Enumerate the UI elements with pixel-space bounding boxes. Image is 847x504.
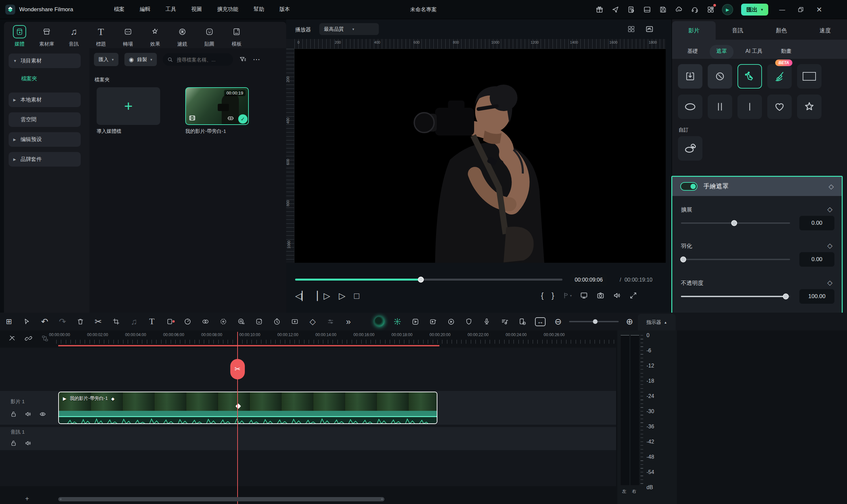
fullscreen-icon[interactable] [629,291,637,300]
minimize-button[interactable]: — [773,0,791,19]
menu-version[interactable]: 版本 [272,6,297,13]
tab-audio[interactable]: ♫音訊 [60,25,87,47]
previous-frame-button[interactable]: ◁▏ [295,291,308,301]
audio-stretch-icon[interactable] [496,318,514,326]
record-button[interactable]: ◉錄製▾ [124,53,157,66]
expand-slider-handle[interactable] [731,220,737,226]
menu-file[interactable]: 檔案 [106,6,132,13]
mask-heart-cell[interactable] [767,94,792,119]
mark-in-icon[interactable]: { [541,291,543,300]
detach-audio-icon[interactable]: ♫ [125,317,143,327]
tab-video[interactable]: 影片 [672,21,716,40]
redo-icon[interactable]: ↷ [54,317,71,327]
volume-icon[interactable] [613,291,621,300]
mute-icon[interactable] [24,439,32,447]
boost-icon[interactable] [607,0,623,19]
feather-keyframe-icon[interactable]: ◇ [828,241,832,250]
lock-icon[interactable] [10,411,17,418]
mask-star-cell[interactable] [797,94,822,119]
progress-handle[interactable] [418,276,424,283]
menu-tools[interactable]: 工具 [158,6,184,13]
mask-custom-cell[interactable] [678,136,703,161]
zoom-out-icon[interactable]: ⊖ [549,317,567,327]
lock-icon[interactable] [10,439,17,447]
expand-slider[interactable] [681,222,790,224]
snap-icon[interactable] [8,335,16,342]
mask-pen-cell[interactable] [738,64,762,89]
undo-icon[interactable]: ↶ [36,317,54,327]
crop-icon[interactable] [107,318,125,326]
search-box[interactable] [163,53,233,66]
tab-speed[interactable]: 速度 [803,21,847,40]
adjust-icon[interactable] [322,318,340,326]
mask-import-cell[interactable] [678,64,703,89]
menu-help[interactable]: 幫助 [246,6,272,13]
tab-transitions[interactable]: 轉場 [115,25,142,47]
keyframe-icon[interactable]: ◇ [829,182,834,191]
ai-assistant-icon[interactable] [370,317,388,326]
tab-effects[interactable]: 效果 [142,25,169,47]
hide-track-icon[interactable] [39,411,46,418]
mask-tool-icon[interactable] [161,318,179,326]
snapshot-camera-icon[interactable] [596,291,605,300]
mask-enable-toggle[interactable] [680,182,697,191]
stop-button[interactable]: □ [354,291,359,301]
speed-tool-icon[interactable] [179,318,196,326]
tab-titles[interactable]: T標題 [87,25,115,47]
select-tool-icon[interactable] [18,318,36,326]
task-list-icon[interactable] [623,0,639,19]
fit-timeline-icon[interactable]: ↔ [531,317,549,326]
feather-value[interactable]: 0.00 [799,252,834,267]
export-button[interactable]: 匯出 ▾ [741,4,768,16]
next-frame-button[interactable]: ▏▷ [317,291,330,301]
sidebar-item-local-media[interactable]: ▶本地素材 [8,92,81,107]
multiview-icon[interactable] [627,25,636,33]
sidebar-item-project-media[interactable]: ▼項目素材 [8,54,81,68]
quality-dropdown[interactable]: 最高品質 ▾ [319,23,379,35]
track-route-icon[interactable] [41,335,49,342]
zoom-slider[interactable] [569,321,619,322]
play-button[interactable]: ▷ [339,291,345,301]
menu-edit[interactable]: 編輯 [132,6,158,13]
current-timecode[interactable]: 00:00:09:06 [570,274,607,286]
save-icon[interactable] [655,0,671,19]
filter-icon[interactable] [239,55,247,64]
video-effects-icon[interactable] [424,318,442,326]
render-preview-icon[interactable] [406,318,424,326]
color-match-icon[interactable] [196,318,214,326]
restore-button[interactable] [791,0,810,19]
import-button[interactable]: 匯入▾ [94,53,118,66]
text-tool-icon[interactable]: T [143,317,161,326]
tab-filters[interactable]: 濾鏡 [169,25,196,47]
split-scissors-icon[interactable]: ✂ [89,317,107,327]
avatar[interactable]: ▶ [722,4,733,15]
layout-icon[interactable] [639,0,655,19]
expand-keyframe-icon[interactable]: ◇ [828,205,832,213]
subtab-animation[interactable]: 動畫 [775,45,798,59]
support-icon[interactable] [687,0,703,19]
feather-slider[interactable] [681,259,790,260]
tab-media[interactable]: 媒體 [6,25,33,47]
sidebar-item-folder[interactable]: 檔案夾 [21,75,37,82]
indicator-toggle[interactable]: 指示器▲ [638,314,676,330]
playhead-line[interactable] [237,332,238,504]
scopes-icon[interactable] [645,25,654,33]
zoom-slider-handle[interactable] [593,319,598,324]
timeline-scrollbar[interactable] [56,497,616,502]
tab-templates[interactable]: 模板 [223,25,250,47]
grid-view-icon[interactable]: ⊞ [0,317,18,326]
mark-out-icon[interactable]: } [552,291,554,300]
ai-cutout-icon[interactable] [214,318,232,326]
ai-audio-icon[interactable] [232,318,250,326]
keyframe-tool-icon[interactable]: ◇ [304,317,322,326]
marker-icon[interactable] [562,291,570,300]
tab-audio-props[interactable]: 音訊 [716,21,759,40]
mute-icon[interactable] [24,411,32,418]
apps-icon[interactable] [703,0,719,19]
mask-single-line-cell[interactable] [738,94,762,119]
more-tools-icon[interactable]: » [340,317,357,327]
scrollbar-handle[interactable] [58,497,384,501]
mask-none-cell[interactable] [708,64,732,89]
video-preview[interactable] [294,49,666,263]
delete-icon[interactable] [71,318,89,326]
